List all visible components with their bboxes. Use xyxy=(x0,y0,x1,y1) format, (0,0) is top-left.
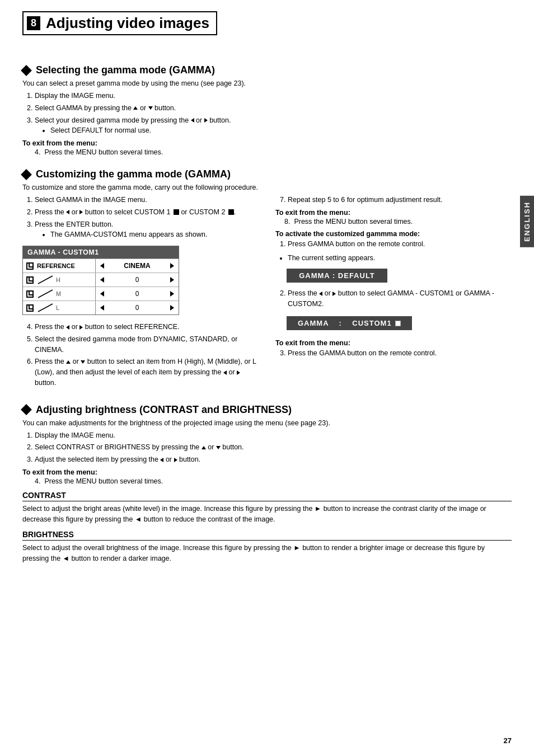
exit-menu-heading-3: To exit from the menu: xyxy=(275,339,512,347)
gamma-l-graph xyxy=(37,303,54,313)
activate-step-2: Press the or button to select GAMMA - CU… xyxy=(288,288,512,309)
tri-up-b2 xyxy=(202,446,206,449)
brightness-title: BRIGHTNESS xyxy=(22,530,512,541)
tri-right-icon xyxy=(204,118,208,123)
contrast-text: Select to adjust the bright areas (white… xyxy=(22,504,512,525)
gamma-m-cell-right: 0 xyxy=(96,289,179,299)
exit-menu-heading-1: To exit from the menu: xyxy=(22,139,512,147)
small-square-2 xyxy=(228,209,234,215)
gamma-table-ref-row: REFERENCE CINEMA xyxy=(23,259,179,273)
tri-left-b3 xyxy=(160,458,163,462)
section-heading-gamma-custom: Customizing the gamma mode (GAMMA) xyxy=(22,168,512,180)
small-square-1 xyxy=(174,209,179,215)
brightness-intro: You can make adjustments for the brightn… xyxy=(22,419,512,427)
tri-left-l xyxy=(100,305,104,311)
gamma-custom-two-col: Select GAMMA in the IMAGE menu. Press th… xyxy=(22,195,512,392)
tri-r-a2 xyxy=(332,292,336,296)
tri-right-b3 xyxy=(174,458,177,462)
section-heading-gamma-select: Selecting the gamma mode (GAMMA) xyxy=(22,64,512,76)
gamma-select-step-3: Select your desired gamma mode by pressi… xyxy=(35,115,512,137)
gamma-table-header: GAMMA - CUSTOM1 xyxy=(23,246,179,259)
exit-menu-step-4: 4. Press the MENU button several times. xyxy=(35,477,512,485)
gamma-l-row: L 0 xyxy=(23,300,179,314)
tri-left-2 xyxy=(66,210,69,214)
gamma-cinema-label: CINEMA xyxy=(124,262,150,270)
gamma-select-intro: You can select a preset gamma mode by us… xyxy=(22,79,512,87)
gamma-custom-intro: To customize and store the gamma mode, c… xyxy=(22,184,512,191)
contrast-title: CONTRAST xyxy=(22,491,512,501)
tri-left-m xyxy=(100,291,104,297)
gamma-custom1-box: GAMMA : CUSTOM1 xyxy=(287,316,412,330)
page-number: 27 xyxy=(504,736,512,745)
tri-right-m xyxy=(170,291,174,297)
gamma-m-letter: M xyxy=(56,290,61,297)
section-brightness: Adjusting brightness (CONTRAST and BRIGH… xyxy=(22,404,512,564)
brightness-text: Select to adjust the overall brightness … xyxy=(22,543,512,564)
tri-l-a2 xyxy=(319,292,322,296)
tri-left-icon xyxy=(191,118,194,123)
tri-right-l xyxy=(170,305,174,311)
gamma-h-value: 0 xyxy=(135,276,139,284)
section-heading-brightness: Adjusting brightness (CONTRAST and BRIGH… xyxy=(22,404,512,416)
brightness-step-2: Select CONTRAST or BRIGHTNESS by pressin… xyxy=(35,442,512,453)
tri-u-6 xyxy=(66,360,71,364)
gamma-select-step-1: Display the IMAGE menu. xyxy=(35,91,512,101)
section-gamma-select: Selecting the gamma mode (GAMMA) You can… xyxy=(22,64,512,156)
gamma-l-value: 0 xyxy=(135,304,139,312)
exit-menu-step-2: 8. Press the MENU button several times. xyxy=(284,218,512,226)
corner-icon-m xyxy=(26,290,34,298)
section-gamma-custom: Customizing the gamma mode (GAMMA) To cu… xyxy=(22,168,512,392)
step-3-enter: Press the ENTER button. The GAMMA-CUSTOM… xyxy=(35,219,259,241)
activate-steps: Press GAMMA button on the remote control… xyxy=(288,239,512,250)
tri-left-h xyxy=(100,277,104,283)
gamma-select-steps: Display the IMAGE menu. Select GAMMA by … xyxy=(35,91,512,136)
step-5-gamma-mode: Select the desired gamma mode from DYNAM… xyxy=(35,334,259,355)
gamma-custom-left-steps: Select GAMMA in the IMAGE menu. Press th… xyxy=(35,195,259,240)
gamma-m-row: M 0 xyxy=(23,287,179,300)
gamma-h-cell-right: 0 xyxy=(96,275,179,285)
corner-icon-l xyxy=(26,304,34,312)
gamma-m-graph xyxy=(37,289,54,299)
tri-l-4 xyxy=(66,325,69,330)
step-7-repeat: Repeat step 5 to 6 for optimum adjustime… xyxy=(288,195,512,205)
tri-up-icon xyxy=(133,106,138,110)
gamma-custom-left-col: Select GAMMA in the IMAGE menu. Press th… xyxy=(22,195,259,392)
gamma-select-step-3a: Select DEFAULT for normal use. xyxy=(50,125,512,136)
gamma-l-letter: L xyxy=(56,304,59,311)
page-title: Adjusting video images xyxy=(46,15,209,32)
gamma-custom-right-steps: Repeat step 5 to 6 for optimum adjustime… xyxy=(288,195,512,205)
gamma-h-letter: H xyxy=(56,276,60,283)
custom1-square xyxy=(395,321,401,326)
activate-sub-1: The current setting appears. xyxy=(288,253,512,264)
exit-menu-heading-4: To exit from the menu: xyxy=(22,468,512,476)
tri-r-4 xyxy=(79,325,83,330)
corner-icon-h xyxy=(26,276,34,284)
gamma-default-box: GAMMA : DEFAULT xyxy=(287,269,387,283)
gamma-ref-cell: REFERENCE xyxy=(23,259,96,273)
tri-right-2 xyxy=(79,210,83,214)
gamma-h-graph xyxy=(37,275,54,285)
diamond-icon-3 xyxy=(21,404,32,415)
activate-step-1: Press GAMMA button on the remote control… xyxy=(288,239,512,250)
brightness-steps: Display the IMAGE menu. Select CONTRAST … xyxy=(35,430,512,465)
activate-heading: To activate the customized gammma mode: xyxy=(275,230,512,238)
svg-line-0 xyxy=(38,276,53,284)
step-3a-menu-shown: The GAMMA-CUSTOM1 menu appears as shown. xyxy=(50,229,259,240)
gamma-m-value: 0 xyxy=(135,290,139,298)
activate-substeps: The current setting appears. xyxy=(288,253,512,264)
activate-step-2-list: Press the or button to select GAMMA - CU… xyxy=(288,288,512,309)
gamma-l-cell-left: L xyxy=(23,301,96,314)
tri-r-6 xyxy=(237,370,240,375)
step-1-select-gamma: Select GAMMA in the IMAGE menu. xyxy=(35,195,259,205)
diamond-icon xyxy=(21,65,32,76)
gamma-l-cell-right: 0 xyxy=(96,303,179,313)
tri-right-h xyxy=(170,277,174,283)
gamma-custom-steps-after: Press the or button to select REFERENCE.… xyxy=(35,322,259,388)
gamma-h-row: H 0 xyxy=(23,273,179,287)
tri-l-6 xyxy=(223,370,227,375)
gamma-select-step-2: Select GAMMA by pressing the or button. xyxy=(35,103,512,114)
exit-menu-heading-2: To exit from the menu: xyxy=(275,209,512,217)
tri-down-icon xyxy=(148,106,153,110)
exit-step-3: Press the GAMMA button on the remote con… xyxy=(288,348,512,359)
brightness-step-3: Adjust the selected item by pressing the… xyxy=(35,454,512,465)
